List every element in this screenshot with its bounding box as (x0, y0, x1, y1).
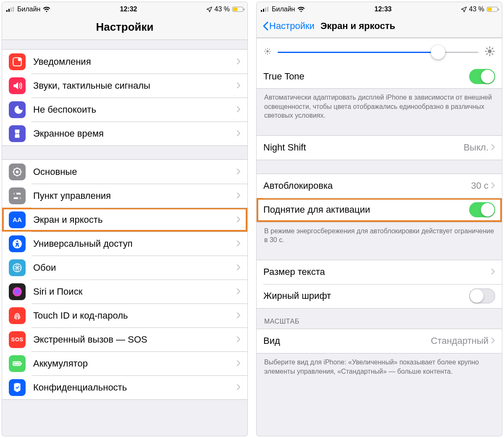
brightness-slider[interactable] (278, 52, 478, 53)
svg-rect-1 (8, 9, 10, 12)
back-button[interactable]: Настройки (262, 21, 315, 32)
carrier-label: Билайн (272, 5, 295, 13)
brightness-high-icon (484, 46, 495, 58)
wallpaper-icon (9, 259, 26, 276)
bold-text-toggle[interactable] (469, 288, 495, 303)
sos-icon: SOS (9, 331, 26, 348)
bold-text-label: Жирный шрифт (263, 290, 469, 301)
true-tone-toggle[interactable] (469, 69, 495, 84)
svg-line-50 (492, 48, 493, 49)
chevron-right-icon (236, 128, 241, 139)
row-bold-text[interactable]: Жирный шрифт (257, 284, 502, 308)
zoom-view-label: Вид (263, 335, 431, 346)
svg-line-13 (19, 174, 20, 175)
settings-row-wallpaper[interactable]: Обои (2, 256, 247, 280)
svg-line-41 (269, 49, 270, 50)
wifi-icon (297, 7, 305, 12)
status-bar: Билайн 12:32 43 % (2, 2, 247, 16)
brightness-slider-row (257, 38, 502, 64)
svg-point-17 (14, 192, 16, 194)
battery-pct: 43 % (215, 5, 230, 13)
settings-row-battery[interactable]: Аккумулятор (2, 351, 247, 375)
svg-point-42 (488, 49, 491, 53)
row-label: Пункт управления (33, 190, 236, 201)
svg-point-33 (266, 50, 268, 52)
svg-rect-31 (265, 8, 266, 12)
page-title: Экран и яркость (320, 21, 395, 32)
chevron-right-icon (236, 382, 241, 393)
night-shift-label: Night Shift (263, 142, 464, 153)
row-label: Обои (33, 262, 236, 273)
row-night-shift[interactable]: Night Shift Выкл. (257, 136, 502, 160)
svg-line-12 (14, 169, 15, 169)
brightness-low-icon (263, 47, 272, 57)
chevron-right-icon (491, 335, 495, 346)
zoom-value: Стандартный (431, 335, 488, 346)
raise-label: Поднятие для активации (263, 204, 469, 215)
dnd-icon (9, 101, 26, 118)
svg-line-48 (492, 53, 493, 54)
display-settings-list[interactable]: True Tone Автоматически адаптировать дис… (257, 38, 502, 436)
row-label: Конфиденциальность (33, 382, 236, 393)
row-label: Аккумулятор (33, 358, 236, 369)
night-shift-value: Выкл. (464, 142, 488, 153)
row-label: Уведомления (33, 56, 236, 67)
svg-rect-2 (10, 8, 12, 12)
settings-row-sounds[interactable]: Звуки, тактильные сигналы (2, 74, 247, 98)
row-autolock[interactable]: Автоблокировка 30 с (257, 174, 502, 198)
svg-point-25 (13, 287, 22, 296)
settings-row-accessibility[interactable]: Универсальный доступ (2, 232, 247, 256)
settings-list[interactable]: УведомленияЗвуки, тактильные сигналыНе б… (2, 40, 247, 436)
nav-header: Настройки (2, 16, 247, 40)
settings-row-dnd[interactable]: Не беспокоить (2, 98, 247, 121)
sounds-icon (9, 77, 26, 94)
raise-to-wake-toggle[interactable] (469, 202, 495, 217)
battery-icon (9, 355, 26, 372)
settings-row-screentime[interactable]: Экранное время (2, 121, 247, 145)
status-time: 12:33 (375, 5, 392, 13)
row-raise-to-wake[interactable]: Поднятие для активации (257, 198, 502, 222)
autolock-value: 30 с (471, 180, 488, 191)
settings-row-sos[interactable]: SOSЭкстренный вызов — SOS (2, 327, 247, 351)
accessibility-icon (9, 235, 26, 252)
settings-row-privacy[interactable]: Конфиденциальность (2, 375, 247, 399)
row-true-tone[interactable]: True Tone (257, 64, 502, 88)
settings-row-display[interactable]: AAЭкран и яркость (2, 208, 247, 232)
svg-line-38 (265, 49, 266, 50)
settings-row-controlcenter[interactable]: Пункт управления (2, 184, 247, 208)
back-label: Настройки (269, 21, 315, 32)
settings-row-notifications[interactable]: Уведомления (2, 50, 247, 74)
settings-row-siri[interactable]: Siri и Поиск (2, 280, 247, 303)
nav-header: Настройки Экран и яркость (257, 16, 502, 38)
true-tone-label: True Tone (263, 71, 469, 82)
chevron-right-icon (236, 334, 241, 345)
chevron-right-icon (491, 266, 495, 277)
controlcenter-icon (9, 187, 26, 204)
text-size-label: Размер текста (263, 266, 491, 277)
svg-line-40 (265, 53, 266, 54)
chevron-right-icon (491, 180, 495, 191)
svg-point-5 (18, 58, 21, 61)
phone-display-brightness: Билайн 12:33 43 % Настройки (256, 2, 502, 436)
chevron-right-icon (236, 56, 241, 67)
page-title: Настройки (8, 21, 242, 34)
svg-rect-29 (261, 10, 262, 12)
screentime-icon (9, 125, 26, 142)
chevron-right-icon (236, 166, 241, 177)
svg-point-7 (16, 170, 19, 173)
svg-line-39 (269, 53, 270, 54)
svg-line-47 (486, 48, 487, 49)
row-text-size[interactable]: Размер текста (257, 260, 502, 284)
chevron-right-icon (236, 286, 241, 297)
row-display-zoom[interactable]: Вид Стандартный (257, 329, 502, 353)
svg-point-22 (16, 240, 18, 242)
zoom-footer: Выберите вид для iPhone: «Увеличенный» п… (257, 354, 502, 377)
row-label: Универсальный доступ (33, 238, 236, 249)
settings-row-general[interactable]: Основные (2, 160, 247, 184)
svg-line-15 (19, 169, 20, 169)
carrier-label: Билайн (17, 5, 40, 13)
settings-row-touchid[interactable]: Touch ID и код-пароль (2, 303, 247, 327)
privacy-icon (9, 379, 26, 396)
phone-settings: Билайн 12:32 43 % Настройки УведомленияЗ… (2, 2, 248, 436)
display-icon: AA (9, 211, 26, 228)
